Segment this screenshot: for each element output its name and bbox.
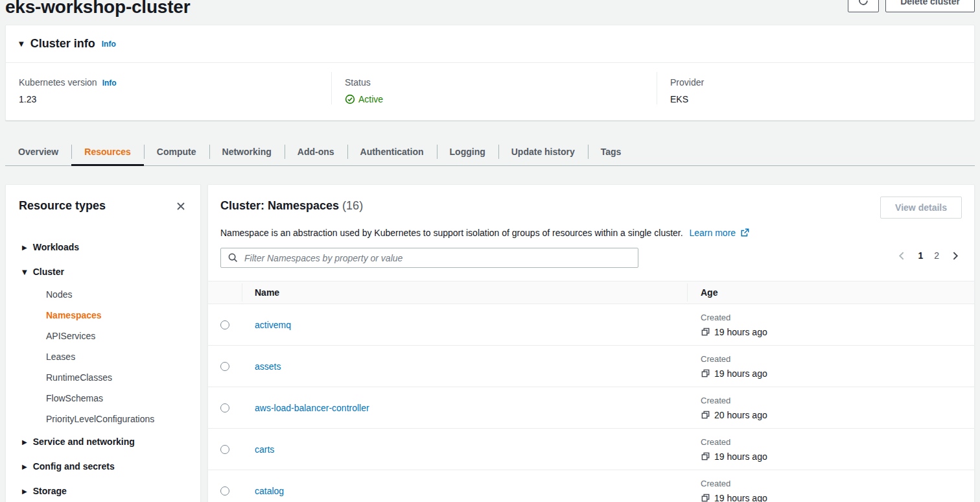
status-active-icon	[345, 94, 355, 104]
chevron-right-icon: ▶	[22, 488, 27, 495]
chevron-right-icon: ▶	[22, 463, 27, 470]
namespace-link[interactable]: catalog	[255, 486, 284, 496]
table-header: Name Age	[208, 281, 974, 304]
row-radio-button[interactable]	[220, 403, 229, 412]
age-value: 19 hours ago	[714, 493, 767, 502]
tab-authentication[interactable]: Authentication	[347, 138, 437, 165]
refresh-button[interactable]	[848, 0, 879, 12]
age-cell: Created 20 hours ago	[687, 396, 974, 420]
tree-item-prioritylevelconfigurations[interactable]: PriorityLevelConfigurations	[22, 409, 187, 429]
tab-networking[interactable]: Networking	[209, 138, 285, 165]
tree-branch-config-and-secrets[interactable]: ▶ Config and secrets	[22, 454, 187, 479]
collapse-triangle-icon: ▼	[19, 40, 24, 47]
cluster-info-header[interactable]: ▼ Cluster info Info	[6, 25, 974, 62]
chevron-down-icon: ▼	[22, 269, 27, 276]
tree-branch-label: Workloads	[33, 242, 79, 252]
tab-resources[interactable]: Resources	[71, 138, 144, 165]
copy-icon[interactable]	[701, 493, 710, 502]
namespace-link[interactable]: assets	[255, 361, 281, 372]
row-radio-button[interactable]	[220, 445, 229, 454]
age-value: 19 hours ago	[714, 451, 767, 462]
copy-icon[interactable]	[701, 410, 710, 420]
cluster-info-info-link[interactable]: Info	[102, 40, 116, 49]
row-radio-button[interactable]	[220, 362, 229, 371]
created-label: Created	[701, 354, 974, 364]
tree-branch-workloads[interactable]: ▶ Workloads	[22, 235, 187, 259]
panel-description: Namespace is an abstraction used by Kube…	[220, 228, 962, 239]
filter-namespaces-input[interactable]	[220, 248, 638, 268]
provider-label: Provider	[670, 77, 704, 88]
namespaces-panel: Cluster: Namespaces (16) View details Na…	[207, 184, 975, 502]
page-header: eks-workshop-cluster Delete cluster	[0, 0, 980, 25]
page-number-2[interactable]: 2	[934, 250, 939, 261]
row-radio-button[interactable]	[220, 486, 229, 496]
copy-icon[interactable]	[701, 451, 710, 461]
learn-more-link[interactable]: Learn more	[690, 228, 749, 238]
resource-types-panel: Resource types ▶ Workloads ▼ Cluster Nod…	[5, 184, 201, 502]
panel-title-text: Cluster: Namespaces	[220, 199, 339, 212]
tab-overview[interactable]: Overview	[5, 138, 71, 165]
tree-item-nodes[interactable]: Nodes	[22, 284, 187, 305]
view-details-button[interactable]: View details	[880, 197, 962, 219]
status-label: Status	[345, 77, 371, 88]
tree-item-flowschemas[interactable]: FlowSchemas	[22, 388, 187, 409]
age-cell: Created 19 hours ago	[687, 479, 974, 502]
cluster-info-title: Cluster info	[30, 37, 95, 51]
content-row: Resource types ▶ Workloads ▼ Cluster Nod…	[5, 184, 975, 502]
namespace-link[interactable]: activemq	[255, 320, 291, 330]
tree-branch-storage[interactable]: ▶ Storage	[22, 479, 187, 502]
tree-item-apiservices[interactable]: APIServices	[22, 326, 187, 346]
cluster-info-card: ▼ Cluster info Info Kubernetes version I…	[5, 25, 975, 121]
tree-branch-service-and-networking[interactable]: ▶ Service and networking	[22, 429, 187, 454]
age-column-header: Age	[687, 287, 974, 298]
chevron-right-icon: ▶	[22, 438, 27, 446]
table-row: aws-load-balancer-controller Created 20 …	[208, 387, 974, 429]
page-number-1[interactable]: 1	[918, 250, 923, 261]
delete-cluster-button[interactable]: Delete cluster	[885, 0, 975, 12]
chevron-right-icon: ▶	[22, 244, 27, 251]
cluster-info-content: Kubernetes version Info 1.23 Status Acti…	[6, 63, 974, 120]
name-column-header: Name	[242, 287, 687, 298]
tab-add-ons[interactable]: Add-ons	[285, 138, 347, 165]
kubernetes-version-field: Kubernetes version Info 1.23	[6, 72, 331, 104]
namespace-link[interactable]: carts	[255, 444, 274, 455]
next-page-icon[interactable]	[950, 251, 960, 261]
tree-branch-label: Storage	[33, 486, 67, 496]
page-title: eks-workshop-cluster	[5, 0, 975, 17]
kubernetes-version-label: Kubernetes version	[19, 77, 97, 88]
tab-bar: Overview Resources Compute Networking Ad…	[5, 138, 975, 166]
created-label: Created	[701, 437, 974, 447]
row-radio-button[interactable]	[220, 320, 229, 329]
age-cell: Created 19 hours ago	[687, 437, 974, 462]
external-link-icon	[740, 228, 749, 239]
close-icon[interactable]	[174, 200, 187, 213]
tab-update-history[interactable]: Update history	[498, 138, 588, 165]
tree-item-leases[interactable]: Leases	[22, 346, 187, 367]
copy-icon[interactable]	[701, 327, 710, 337]
created-label: Created	[701, 313, 974, 322]
learn-more-label: Learn more	[690, 228, 736, 238]
namespaces-table: Name Age activemq Created 19 hours ago	[208, 281, 974, 502]
copy-icon[interactable]	[701, 368, 710, 378]
panel-title: Cluster: Namespaces (16)	[220, 197, 363, 213]
tree-item-namespaces[interactable]: Namespaces	[22, 305, 187, 326]
search-icon	[228, 252, 239, 265]
tab-compute[interactable]: Compute	[144, 138, 209, 165]
tab-tags[interactable]: Tags	[588, 138, 635, 165]
tab-logging[interactable]: Logging	[437, 138, 498, 165]
namespace-link[interactable]: aws-load-balancer-controller	[255, 403, 369, 413]
header-actions: Delete cluster	[848, 0, 975, 12]
created-label: Created	[701, 396, 974, 405]
tree-item-runtimeclasses[interactable]: RuntimeClasses	[22, 367, 187, 388]
panel-description-text: Namespace is an abstraction used by Kube…	[220, 228, 683, 238]
table-row: catalog Created 19 hours ago	[208, 470, 974, 502]
provider-field: Provider EKS	[657, 72, 974, 104]
kubernetes-version-info-link[interactable]: Info	[102, 78, 117, 88]
tree-branch-cluster[interactable]: ▼ Cluster	[22, 259, 187, 284]
age-value: 19 hours ago	[714, 327, 767, 337]
previous-page-icon[interactable]	[897, 251, 907, 261]
refresh-icon	[858, 0, 869, 8]
table-row: activemq Created 19 hours ago	[208, 304, 974, 346]
age-cell: Created 19 hours ago	[687, 313, 974, 337]
panel-count: (16)	[342, 199, 363, 212]
